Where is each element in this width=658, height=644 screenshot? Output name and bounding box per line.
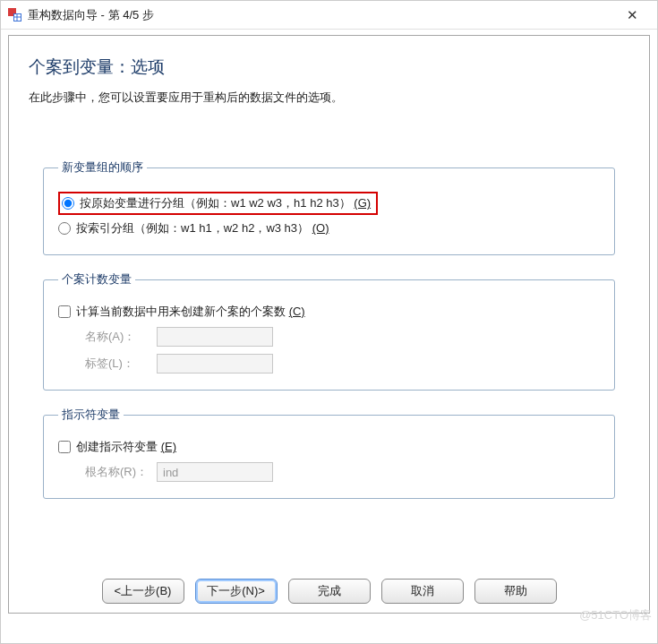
back-button[interactable]: <上一步(B) [102, 579, 184, 604]
group-order-legend: 新变量组的顺序 [58, 159, 147, 176]
indicator-root-row: 根名称(R)： [85, 462, 600, 482]
group-count-legend: 个案计数变量 [58, 271, 135, 288]
count-name-label: 名称(A)： [85, 329, 157, 345]
app-icon [8, 8, 22, 22]
check-compute-count-label[interactable]: 计算当前数据中用来创建新个案的个案数 (C) [76, 304, 305, 320]
check-compute-count[interactable] [58, 305, 71, 318]
titlebar: 重构数据向导 - 第 4/5 步 ✕ [1, 1, 657, 30]
close-icon[interactable]: ✕ [614, 7, 650, 23]
next-button[interactable]: 下一步(N)> [195, 579, 278, 604]
radio-group-by-original-label[interactable]: 按原始变量进行分组（例如：w1 w2 w3，h1 h2 h3） (G) [80, 195, 371, 211]
page-description: 在此步骤中，您可以设置要应用于重构后的数据文件的选项。 [29, 90, 631, 106]
check-create-indicator[interactable] [58, 441, 71, 453]
count-tag-label: 标签(L)： [85, 356, 157, 372]
cancel-button[interactable]: 取消 [381, 579, 464, 604]
radio-group-by-index-row: 按索引分组（例如：w1 h1，w2 h2，w3 h3） (O) [58, 220, 600, 236]
radio-group-by-index[interactable] [58, 222, 71, 235]
button-bar: <上一步(B) 下一步(N)> 完成 取消 帮助 [9, 579, 649, 604]
check-create-indicator-label[interactable]: 创建指示符变量 (E) [76, 439, 176, 455]
dialog-window: 重构数据向导 - 第 4/5 步 ✕ 个案到变量：选项 在此步骤中，您可以设置要… [0, 0, 658, 644]
finish-button[interactable]: 完成 [288, 579, 371, 604]
count-name-row: 名称(A)： [85, 327, 600, 347]
check-compute-count-row: 计算当前数据中用来创建新个案的个案数 (C) [58, 304, 600, 320]
highlight-box: 按原始变量进行分组（例如：w1 w2 w3，h1 h2 h3） (G) [58, 192, 378, 215]
radio-group-by-index-label[interactable]: 按索引分组（例如：w1 h1，w2 h2，w3 h3） (O) [76, 220, 329, 236]
check-create-indicator-row: 创建指示符变量 (E) [58, 439, 600, 455]
indicator-root-label: 根名称(R)： [85, 464, 157, 480]
radio-group-by-original[interactable] [62, 197, 74, 210]
page-title: 个案到变量：选项 [29, 56, 631, 79]
help-button[interactable]: 帮助 [474, 579, 557, 604]
client-area: 个案到变量：选项 在此步骤中，您可以设置要应用于重构后的数据文件的选项。 新变量… [1, 30, 657, 614]
group-new-variable-order: 新变量组的顺序 按原始变量进行分组（例如：w1 w2 w3，h1 h2 h3） … [43, 159, 615, 255]
indicator-root-input [157, 462, 273, 482]
group-case-count: 个案计数变量 计算当前数据中用来创建新个案的个案数 (C) 名称(A)： 标签(… [43, 271, 615, 391]
count-tag-row: 标签(L)： [85, 354, 600, 374]
group-indicator-legend: 指示符变量 [58, 407, 124, 423]
count-tag-input [157, 354, 273, 374]
wizard-page: 个案到变量：选项 在此步骤中，您可以设置要应用于重构后的数据文件的选项。 新变量… [8, 35, 650, 614]
count-name-input [157, 327, 273, 347]
group-indicator: 指示符变量 创建指示符变量 (E) 根名称(R)： [43, 407, 615, 499]
window-title: 重构数据向导 - 第 4/5 步 [28, 7, 614, 23]
radio-group-by-original-row: 按原始变量进行分组（例如：w1 w2 w3，h1 h2 h3） (G) [58, 192, 600, 215]
